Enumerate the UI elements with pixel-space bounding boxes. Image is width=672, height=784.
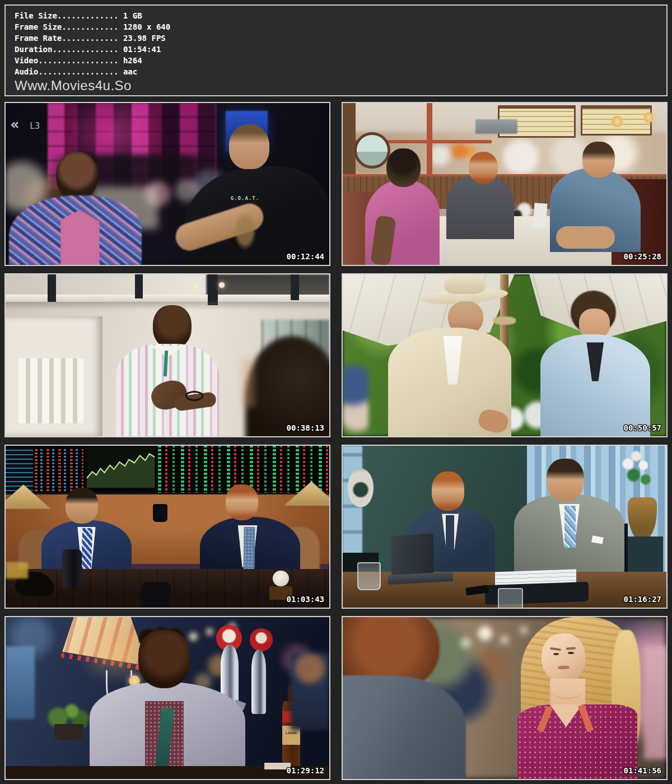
screenshot-5-trading: 01:03:43 [4, 445, 330, 609]
tap-badge-2 [250, 628, 272, 651]
man-right-patterned-tie [243, 526, 255, 568]
railing-post [291, 274, 299, 300]
red-post [427, 103, 432, 174]
man-left-head [386, 148, 421, 187]
info-leader: ............ [62, 34, 118, 43]
info-line-frame-rate: Frame Rate............23.98 FPS [15, 32, 661, 44]
stock-chart-line [87, 447, 155, 488]
club-sign-logo: L3 [30, 121, 40, 131]
info-line-file-size: File Size.............1 GB [15, 10, 661, 21]
cool-window [6, 646, 35, 719]
screenshot-2-diner: 00:25:28 [342, 102, 668, 266]
club-sign-chevrons: « [11, 116, 20, 133]
goat-shirt-text: G.O.A.T. [231, 195, 259, 201]
man-right-striped-tie [564, 506, 576, 548]
man-middle-torso-gray [446, 174, 514, 239]
railing-post [208, 274, 217, 305]
foreground-rim-light [242, 358, 255, 407]
info-leader: ............. [57, 11, 119, 20]
info-value: 1280 x 640 [118, 22, 170, 31]
gold-tray [6, 562, 28, 578]
timestamp-overlay: 01:16:27 [624, 595, 661, 604]
ticker-board-left [35, 447, 83, 491]
edge-guest-pink [644, 646, 666, 759]
timestamp-overlay: 01:41:56 [624, 766, 661, 775]
man-head [138, 630, 190, 688]
cowboy-hat-crown [445, 274, 485, 294]
info-line-video: Video.................h264 [15, 55, 661, 66]
woman-face [542, 633, 585, 682]
info-label: Duration [15, 45, 52, 54]
info-value: 01:54:41 [118, 45, 161, 54]
menu-card [533, 203, 548, 228]
info-leader: .............. [52, 45, 118, 54]
man-middle-head-redhair [469, 152, 498, 184]
ceiling-spotlight [219, 282, 224, 287]
magenta-dress [517, 704, 637, 779]
blurred-patron [291, 653, 329, 731]
screenshot-3-loft: 00:38:13 [4, 273, 330, 437]
info-label: Frame Size [15, 22, 62, 31]
hanging-lamp-globe-2 [644, 113, 654, 122]
woman-brow-right [566, 647, 576, 650]
info-leader: ................. [38, 56, 118, 65]
info-line-frame-size: Frame Size............1280 x 640 [15, 21, 661, 32]
info-value: aac [118, 67, 137, 76]
info-line-duration: Duration..............01:54:41 [15, 44, 661, 55]
man-head [153, 305, 192, 349]
man-left-tie [446, 515, 454, 549]
site-watermark: Www.Movies4u.So [15, 77, 661, 94]
timestamp-overlay: 00:12:44 [287, 252, 324, 261]
wall-camera [153, 504, 167, 522]
ring-sculpture [348, 468, 374, 507]
screenshot-1-nightclub: « L3 G.O.A.T. 00:12:44 [4, 102, 330, 266]
timestamp-overlay: 00:25:28 [624, 252, 661, 261]
kitchen-vent-hood [475, 119, 517, 134]
woman-eye-left [553, 653, 559, 655]
goat-shirt-graphic [234, 212, 256, 250]
man-right-head [547, 459, 584, 501]
man-right-head-redbeard [226, 484, 258, 520]
ceiling-spotlight [193, 284, 198, 289]
railing-post [48, 274, 56, 302]
water-glass [357, 562, 381, 590]
info-line-audio: Audio.................aac [15, 66, 661, 77]
info-label: Frame Rate [15, 34, 62, 43]
bracelet [185, 391, 203, 401]
info-label: File Size [15, 11, 57, 20]
bottle-label-text: LAGER [286, 731, 297, 735]
woman-lips [558, 665, 570, 669]
trophy-ball [273, 571, 289, 587]
black-cup [142, 582, 171, 608]
man-left-head [66, 488, 98, 524]
info-leader: ............ [62, 22, 118, 31]
man-right-hands [556, 226, 614, 249]
railing-post [135, 274, 143, 298]
man-left-head-redbeard [432, 472, 464, 510]
porthole-window [354, 132, 390, 169]
stock-chart-panel [87, 447, 155, 488]
man-right-head [229, 124, 269, 170]
screenshot-8-party: 01:41:56 [342, 616, 668, 780]
man-left-head [56, 152, 98, 200]
screenshot-6-office: 01:16:27 [342, 445, 668, 609]
laptop-screen [391, 533, 433, 578]
mezzanine-dark-opening [206, 274, 329, 296]
man-right-head [582, 142, 615, 178]
info-label: Audio [15, 67, 38, 76]
info-value: 1 GB [118, 11, 142, 20]
water-glass-front [498, 588, 522, 609]
timestamp-overlay: 01:03:43 [287, 595, 324, 604]
info-value: h264 [118, 56, 142, 65]
plant-pot [54, 724, 83, 740]
screenshot-7-pub: LAGER 01:29:12 [4, 616, 330, 780]
umbrella-hub [493, 316, 516, 324]
timestamp-overlay: 00:38:13 [287, 423, 324, 432]
screenshot-grid: « L3 G.O.A.T. 00:12:44 [4, 102, 668, 780]
beer-tap-column-2 [251, 650, 266, 715]
info-value: 23.98 FPS [118, 34, 165, 43]
cyan-graph-panel [6, 447, 33, 491]
info-leader: ................. [38, 67, 118, 76]
info-label: Video [15, 56, 38, 65]
screenshot-4-garden: 00:50:57 [342, 273, 668, 437]
